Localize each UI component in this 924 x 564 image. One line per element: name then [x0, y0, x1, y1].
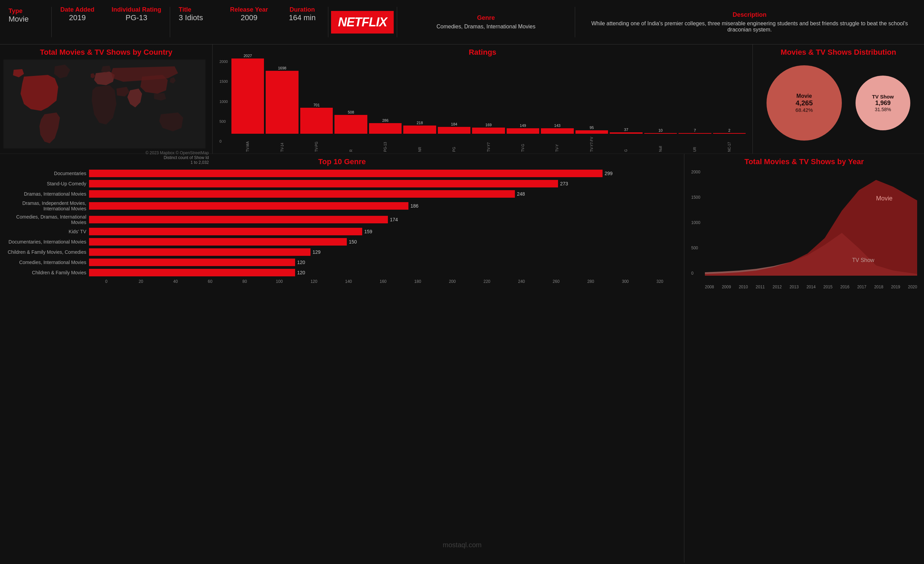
rating-bar-col: 37G — [610, 127, 642, 152]
movie-value: 4,265 — [796, 99, 813, 107]
rating-bar-col: 218NR — [403, 121, 436, 152]
ratings-chart-area: 0 500 1000 1500 2000 2027TV-MA1698TV-147… — [219, 60, 746, 152]
duration-block: Duration 164 min — [277, 3, 328, 41]
rating-block: Individual Rating PG-13 — [103, 3, 170, 41]
year-x-axis: 2008 2009 2010 2011 2012 2013 2014 2015 … — [705, 284, 917, 289]
svg-text:mostaql.com: mostaql.com — [442, 541, 482, 549]
release-year-value: 2009 — [230, 13, 268, 22]
type-value: Movie — [9, 15, 43, 24]
date-block: Date Added 2019 — [52, 3, 103, 41]
duration-value: 164 min — [285, 13, 320, 22]
map-container: Total Movies & TV Shows by Country — [0, 45, 212, 154]
year-chart-container: Total Movies & TV Shows by Year 0 500 10… — [684, 154, 924, 563]
rating-bar-col: 7UR — [678, 128, 711, 152]
year-area-svg: Movie TV Show — [705, 170, 917, 276]
rating-bar-col: 1698TV-14 — [266, 66, 298, 152]
type-block: Type Movie — [0, 3, 51, 41]
genre-bar-row: Children & Family Movies120 — [7, 269, 677, 276]
rating-bar-col: 701TV-PG — [300, 103, 333, 152]
genre-bar-row: Comedies, Dramas, International Movies17… — [7, 214, 677, 225]
tvshow-label: TV Show — [872, 94, 894, 100]
title-block: Title 3 Idiots — [170, 3, 222, 41]
map-title: Total Movies & TV Shows by Country — [3, 48, 209, 57]
rating-bar-col: 508R — [334, 110, 367, 152]
type-label: Type — [9, 7, 43, 15]
genre-value: Comedies, Dramas, International Movies — [436, 24, 536, 30]
genre-bar-row: Comedies, International Movies120 — [7, 259, 677, 266]
circle-chart: Movie 4,265 68.42% TV Show 1,969 31.58% — [756, 60, 921, 146]
genre-bar-row: Dramas, Independent Movies, Internationa… — [7, 200, 677, 211]
genre-bar-row: Stand-Up Comedy273 — [7, 180, 677, 187]
genre-bars: Documentaries299Stand-Up Comedy273Dramas… — [7, 170, 677, 276]
ratings-container: Ratings 0 500 1000 1500 2000 2027TV-MA16… — [213, 45, 753, 154]
year-y-axis: 0 500 1000 1500 2000 — [691, 170, 703, 276]
rating-bar-col: 95TV-Y7-FV — [576, 126, 608, 152]
y-axis: 0 500 1000 1500 2000 — [219, 60, 228, 143]
description-block: Description While attending one of India… — [575, 3, 924, 41]
middle-charts-row: Total Movies & TV Shows by Country — [0, 45, 924, 154]
tvshow-circle: TV Show 1,969 31.58% — [855, 76, 910, 130]
genre-bar-row: Children & Family Movies, Comedies129 — [7, 248, 677, 256]
release-year-block: Release Year 2009 — [222, 3, 277, 41]
rating-bar-col: 10Null — [644, 128, 677, 152]
rating-bar-col: 149TV-G — [507, 123, 539, 152]
release-year-label: Release Year — [230, 6, 268, 13]
netflix-logo-area: NETFLIX — [328, 3, 397, 41]
ratings-title: Ratings — [219, 48, 746, 57]
map-copyright: © 2023 Mapbox © OpenStreetMap — [3, 151, 209, 155]
description-value: While attending one of India's premier c… — [585, 21, 914, 33]
movie-circle: Movie 4,265 68.42% — [766, 65, 842, 141]
distribution-title: Movies & TV Shows Distribution — [756, 48, 921, 57]
bottom-row: Top 10 Genre Documentaries299Stand-Up Co… — [0, 154, 924, 563]
movie-pct: 68.42% — [796, 107, 813, 113]
genre-bar-row: Dramas, International Movies248 — [7, 190, 677, 198]
netflix-logo: NETFLIX — [331, 11, 394, 33]
rating-bar-col: 2NC-17 — [713, 128, 746, 152]
year-title: Total Movies & TV Shows by Year — [691, 157, 917, 166]
date-added-label: Date Added — [60, 6, 94, 13]
duration-label: Duration — [285, 6, 320, 13]
description-label: Description — [733, 11, 766, 18]
date-added-value: 2019 — [60, 13, 94, 22]
genre-x-axis: 0204060801001201401601802002202402602803… — [7, 279, 677, 284]
genre-chart-container: Top 10 Genre Documentaries299Stand-Up Co… — [0, 154, 684, 563]
distribution-container: Movies & TV Shows Distribution Movie 4,2… — [753, 45, 924, 154]
year-chart-area: 0 500 1000 1500 2000 Movie TV Show 2008 — [691, 170, 917, 289]
genre-label: Genre — [477, 14, 495, 21]
genre-bar-row: Documentaries, International Movies150 — [7, 238, 677, 245]
map-footer: Distinct count of Show Id 1 to 2,032 — [3, 155, 209, 165]
tvshow-pct: 31.58% — [875, 107, 891, 112]
genre-bar-row: Documentaries299 — [7, 170, 677, 177]
svg-text:TV Show: TV Show — [852, 257, 874, 263]
ratings-bars: 2027TV-MA1698TV-14701TV-PG508R286PG-1321… — [231, 70, 746, 152]
movie-label: Movie — [796, 93, 812, 99]
individual-rating-value: PG-13 — [112, 13, 161, 22]
rating-bar-col: 169TV-Y7 — [472, 123, 505, 152]
genre-bar-row: Kids' TV159 — [7, 228, 677, 235]
watermark: mostaql.com — [442, 538, 483, 554]
world-map — [3, 60, 206, 148]
title-label: Title — [179, 6, 213, 13]
title-value: 3 Idiots — [179, 13, 213, 22]
rating-bar-col: 143TV-Y — [541, 123, 573, 152]
genre-block: Genre Comedies, Dramas, International Mo… — [397, 3, 575, 41]
rating-bar-col: 286PG-13 — [369, 118, 402, 152]
rating-bar-col: 184PG — [438, 122, 470, 152]
rating-bar-col: 2027TV-MA — [231, 54, 264, 152]
svg-text:Movie: Movie — [876, 195, 892, 202]
tvshow-value: 1,969 — [875, 100, 891, 107]
individual-rating-label: Individual Rating — [112, 6, 161, 13]
header-section: Type Movie Date Added 2019 Individual Ra… — [0, 0, 924, 45]
